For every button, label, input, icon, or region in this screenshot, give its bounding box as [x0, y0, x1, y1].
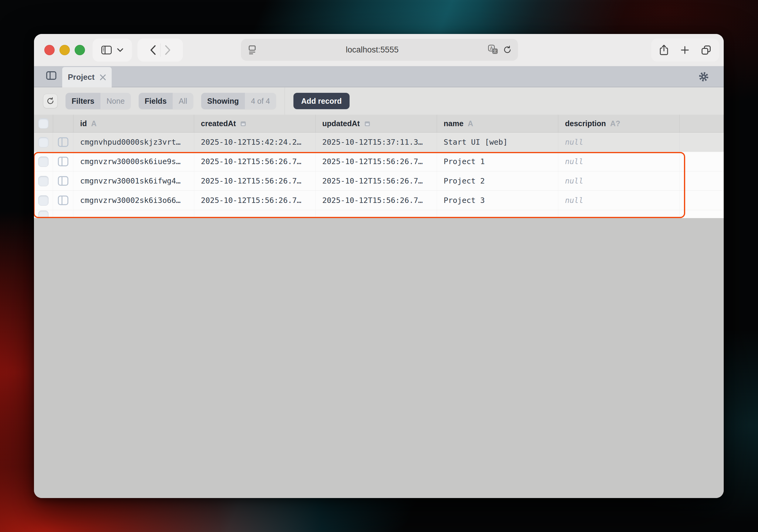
cell-id[interactable]: cmgnvzrw30002sk6i3o66… [73, 191, 194, 210]
address-bar[interactable]: localhost:5555 A文 [241, 39, 518, 61]
svg-text:文: 文 [493, 49, 497, 53]
table-content-area: id A createdAt updatedAt name A descript… [34, 115, 724, 498]
select-all-checkbox[interactable] [38, 118, 49, 129]
forward-button[interactable] [164, 45, 171, 55]
cell-updatedAt[interactable]: 2025-10-12T15:56:26.7… [316, 152, 437, 171]
window-actions-group [651, 39, 719, 62]
tab-project[interactable]: Project [62, 67, 112, 87]
close-tab-icon[interactable] [99, 74, 106, 81]
column-header-id[interactable]: id A [73, 115, 194, 132]
row-checkbox[interactable] [38, 137, 49, 148]
table-row-stub [34, 210, 724, 218]
zoom-window-button[interactable] [75, 45, 85, 55]
gear-icon[interactable] [698, 71, 709, 82]
cell-id[interactable]: cmgnvhpud0000skjz3vrt… [73, 133, 194, 152]
traffic-lights [44, 45, 85, 55]
studio-sidebar-toggle-icon[interactable] [46, 71, 56, 80]
back-button[interactable] [149, 45, 156, 55]
cell-createdAt[interactable]: 2025-10-12T15:56:26.7… [194, 152, 316, 171]
text-type-icon: A [91, 119, 96, 128]
cell-description[interactable]: null [558, 152, 680, 171]
sidebar-toggle-group [92, 39, 132, 62]
studio-tab-strip: Project [34, 66, 724, 87]
sidebar-toggle-icon[interactable] [101, 46, 112, 54]
date-type-icon [240, 120, 246, 127]
row-checkbox[interactable] [38, 176, 49, 186]
open-record-icon[interactable] [58, 137, 69, 147]
showing-value: 4 of 4 [245, 93, 276, 109]
cell-createdAt[interactable]: 2025-10-12T15:42:24.2… [194, 133, 316, 152]
filters-value: None [100, 93, 131, 109]
cell-id[interactable]: cmgnvzrw30000sk6iue9s… [73, 152, 194, 171]
cell-createdAt[interactable]: 2025-10-12T15:56:26.7… [194, 191, 316, 210]
add-record-button[interactable]: Add record [293, 93, 350, 109]
reload-icon[interactable] [503, 45, 512, 54]
cell-name[interactable]: Project 3 [437, 191, 558, 210]
table-body: cmgnvhpud0000skjz3vrt… 2025-10-12T15:42:… [34, 133, 724, 210]
cell-id[interactable]: cmgnvzrw30001sk6ifwg4… [73, 171, 194, 190]
chevron-down-icon[interactable] [117, 48, 123, 52]
url-text[interactable]: localhost:5555 [257, 45, 488, 54]
table-row: cmgnvhpud0000skjz3vrt… 2025-10-12T15:42:… [34, 133, 724, 152]
cell-updatedAt[interactable]: 2025-10-12T15:56:26.7… [316, 171, 437, 190]
translate-icon[interactable]: A文 [488, 44, 499, 55]
tab-overview-icon[interactable] [700, 44, 712, 56]
column-header-createdAt[interactable]: createdAt [194, 115, 316, 132]
column-label: name [444, 119, 464, 128]
nav-divider [160, 43, 160, 57]
page-format-icon[interactable] [248, 45, 257, 55]
column-label: id [80, 119, 87, 128]
fields-label: Fields [139, 93, 173, 109]
open-record-icon[interactable] [58, 195, 69, 205]
optional-text-type-icon: A? [610, 119, 620, 128]
new-tab-plus-icon[interactable] [680, 45, 690, 55]
column-label: updatedAt [322, 119, 360, 128]
cell-description[interactable]: null [558, 171, 680, 190]
column-header-updatedAt[interactable]: updatedAt [316, 115, 437, 132]
row-checkbox[interactable] [38, 195, 49, 206]
filter-toolbar: Filters None Fields All Showing 4 of 4 A… [34, 87, 724, 115]
text-type-icon: A [467, 119, 473, 128]
cell-description[interactable]: null [558, 133, 680, 152]
refresh-button[interactable] [43, 94, 58, 108]
column-header-name[interactable]: name A [437, 115, 558, 132]
share-icon[interactable] [659, 44, 670, 56]
column-label: description [565, 119, 606, 128]
browser-chrome: localhost:5555 A文 [34, 34, 724, 66]
table-row: cmgnvzrw30001sk6ifwg4… 2025-10-12T15:56:… [34, 171, 724, 191]
filters-control[interactable]: Filters None [66, 93, 131, 109]
toolbar-divider [285, 87, 285, 115]
open-record-icon[interactable] [58, 156, 69, 167]
nav-buttons-group [137, 39, 183, 62]
close-window-button[interactable] [44, 45, 54, 55]
cell-name[interactable]: Project 1 [437, 152, 558, 171]
showing-control[interactable]: Showing 4 of 4 [201, 93, 276, 109]
cell-updatedAt[interactable]: 2025-10-12T15:37:11.3… [316, 133, 437, 152]
showing-label: Showing [201, 93, 245, 109]
column-label: createdAt [201, 119, 236, 128]
minimize-window-button[interactable] [59, 45, 70, 55]
cell-description[interactable]: null [558, 191, 680, 210]
column-header-description[interactable]: description A? [558, 115, 680, 132]
cell-updatedAt[interactable]: 2025-10-12T15:56:26.7… [316, 191, 437, 210]
date-type-icon [364, 120, 370, 127]
row-checkbox[interactable] [38, 211, 49, 218]
row-checkbox[interactable] [38, 156, 49, 167]
open-record-icon[interactable] [58, 176, 69, 186]
cell-name[interactable]: Start UI [web] [437, 133, 558, 152]
table-row: cmgnvzrw30002sk6i3o66… 2025-10-12T15:56:… [34, 191, 724, 210]
filters-label: Filters [66, 93, 100, 109]
fields-control[interactable]: Fields All [139, 93, 193, 109]
tab-label: Project [68, 73, 94, 82]
table-row: cmgnvzrw30000sk6iue9s… 2025-10-12T15:56:… [34, 152, 724, 171]
fields-value: All [173, 93, 193, 109]
table-header: id A createdAt updatedAt name A descript… [34, 115, 724, 133]
cell-createdAt[interactable]: 2025-10-12T15:56:26.7… [194, 171, 316, 190]
browser-window: localhost:5555 A文 [34, 34, 724, 498]
cell-name[interactable]: Project 2 [437, 171, 558, 190]
